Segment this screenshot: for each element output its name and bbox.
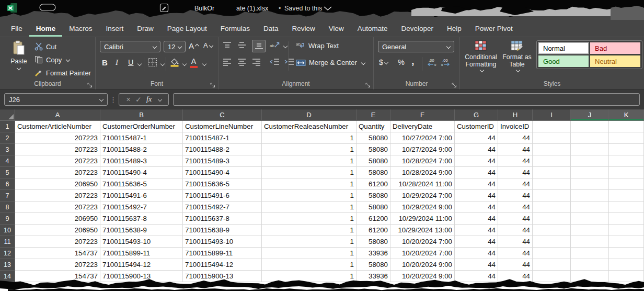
row-header-9[interactable]: 9	[0, 213, 15, 225]
cell-E11[interactable]: 58080	[356, 236, 390, 248]
cell-I6[interactable]	[533, 178, 571, 190]
cell-C10[interactable]: 7100115638-9	[183, 225, 262, 236]
tab-data[interactable]: Data	[257, 20, 285, 37]
fill-color-chevron-icon[interactable]	[182, 62, 187, 66]
row-header-8[interactable]: 8	[0, 202, 15, 213]
cell-A3[interactable]: 207223	[15, 144, 100, 155]
cell-K7[interactable]	[609, 190, 644, 202]
cell-B10[interactable]: 7100115638-9	[100, 225, 183, 236]
cell-F12[interactable]: 10/20/2024 7:00	[390, 248, 455, 259]
cell-style-normal[interactable]: Normal	[538, 42, 589, 54]
cell-A2[interactable]: 207223	[15, 132, 100, 144]
row-header-14[interactable]: 14	[0, 271, 15, 282]
column-header-J[interactable]: J	[571, 109, 609, 121]
cell-C1[interactable]: CustomerLineNumber	[183, 121, 262, 132]
cell-G13[interactable]: 44	[455, 259, 498, 271]
cell-E8[interactable]: 58080	[356, 202, 390, 213]
cell-J1[interactable]	[571, 121, 609, 132]
cut-button[interactable]: Cut	[34, 42, 56, 51]
formula-bar-grip[interactable]: ⋮	[110, 96, 117, 104]
row-header-1[interactable]: 1	[0, 121, 15, 132]
cell-C7[interactable]: 7100115491-6	[183, 190, 262, 202]
cell-B11[interactable]: 7100115493-10	[100, 236, 183, 248]
cell-J5[interactable]	[571, 167, 609, 178]
decrease-indent-button[interactable]	[270, 58, 280, 66]
cancel-formula-icon[interactable]: ×	[126, 95, 130, 104]
row-header-10[interactable]: 10	[0, 225, 15, 236]
cell-F5[interactable]: 10/28/2024 9:00	[390, 167, 455, 178]
cell-I2[interactable]	[533, 132, 571, 144]
cell-D10[interactable]: 1	[262, 225, 356, 236]
cell-I9[interactable]	[533, 213, 571, 225]
row-header-13[interactable]: 13	[0, 259, 15, 271]
cell-D11[interactable]: 1	[262, 236, 356, 248]
cell-J4[interactable]	[571, 155, 609, 167]
cell-K13[interactable]	[609, 259, 644, 271]
cell-G9[interactable]: 44	[455, 213, 498, 225]
select-all-corner[interactable]	[0, 109, 15, 121]
cell-A10[interactable]: 206950	[15, 225, 100, 236]
tab-page-layout[interactable]: Page Layout	[160, 20, 214, 37]
cell-F3[interactable]: 10/27/2024 9:00	[390, 144, 455, 155]
cell-G11[interactable]: 44	[455, 236, 498, 248]
cell-H3[interactable]: 44	[498, 144, 533, 155]
cell-A4[interactable]: 207223	[15, 155, 100, 167]
number-format-combobox[interactable]: General	[378, 41, 454, 52]
cell-G1[interactable]: CustomerID	[455, 121, 498, 132]
format-painter-button[interactable]: Format Painter	[34, 69, 91, 77]
cell-B8[interactable]: 7100115492-7	[100, 202, 183, 213]
cell-C8[interactable]: 7100115492-7	[183, 202, 262, 213]
cell-H7[interactable]: 44	[498, 190, 533, 202]
underline-button[interactable]: U	[128, 58, 133, 66]
cell-G2[interactable]: 44	[455, 132, 498, 144]
cell-style-good[interactable]: Good	[538, 55, 589, 67]
cell-D3[interactable]: 1	[262, 144, 356, 155]
cell-H10[interactable]: 44	[498, 225, 533, 236]
editing-mode-icon[interactable]	[160, 4, 168, 12]
row-header-6[interactable]: 6	[0, 178, 15, 190]
cell-F4[interactable]: 10/28/2024 7:00	[390, 155, 455, 167]
column-header-E[interactable]: E	[356, 109, 390, 121]
cell-B9[interactable]: 7100115637-8	[100, 213, 183, 225]
cell-I13[interactable]	[533, 259, 571, 271]
cell-J11[interactable]	[571, 236, 609, 248]
cell-K10[interactable]	[609, 225, 644, 236]
increase-font-size-button[interactable]: A	[189, 41, 199, 50]
cell-K3[interactable]	[609, 144, 644, 155]
row-header-5[interactable]: 5	[0, 167, 15, 178]
cell-D2[interactable]: 1	[262, 132, 356, 144]
cell-K14[interactable]	[609, 271, 644, 282]
underline-chevron-icon[interactable]	[137, 62, 142, 66]
cell-E3[interactable]: 58080	[356, 144, 390, 155]
cell-J14[interactable]	[571, 271, 609, 282]
tab-developer[interactable]: Developer	[395, 20, 441, 37]
cell-F8[interactable]: 10/29/2024 9:00	[390, 202, 455, 213]
conditional-formatting-button[interactable]: Conditional Formatting	[463, 40, 499, 72]
row-header-7[interactable]: 7	[0, 190, 15, 202]
cell-style-neutral[interactable]: Neutral	[590, 55, 640, 67]
cell-H13[interactable]: 44	[498, 259, 533, 271]
italic-button[interactable]: I	[116, 58, 118, 67]
cell-D12[interactable]: 1	[262, 248, 356, 259]
tab-view[interactable]: View	[322, 20, 351, 37]
alignment-dialog-launcher[interactable]	[365, 81, 371, 87]
percent-style-button[interactable]: %	[398, 58, 405, 66]
bottom-align-button[interactable]	[252, 40, 266, 52]
cell-F14[interactable]: 10/20/2024 9:00	[390, 271, 455, 282]
cell-B2[interactable]: 7100115487-1	[100, 132, 183, 144]
align-center-button[interactable]	[237, 58, 246, 66]
cell-H8[interactable]: 44	[498, 202, 533, 213]
cell-J13[interactable]	[571, 259, 609, 271]
cell-K1[interactable]	[609, 121, 644, 132]
cell-I7[interactable]	[533, 190, 571, 202]
cell-J10[interactable]	[571, 225, 609, 236]
cell-E14[interactable]: 33936	[356, 271, 390, 282]
cell-E5[interactable]: 58080	[356, 167, 390, 178]
cell-C2[interactable]: 7100115487-1	[183, 132, 262, 144]
increase-indent-button[interactable]	[284, 58, 294, 66]
cell-E7[interactable]: 58080	[356, 190, 390, 202]
column-header-A[interactable]: A	[15, 109, 100, 121]
cell-D6[interactable]: 1	[262, 178, 356, 190]
title-dropdown-chevron-icon[interactable]	[324, 7, 331, 10]
cell-D8[interactable]: 1	[262, 202, 356, 213]
